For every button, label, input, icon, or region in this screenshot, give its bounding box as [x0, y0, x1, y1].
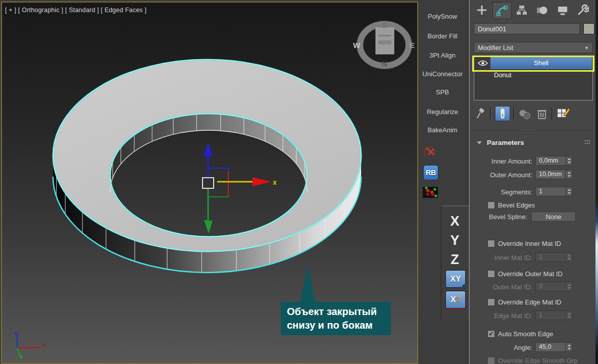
tripod-z-label: z — [14, 330, 17, 336]
polysnow-button[interactable]: PolySnow — [418, 13, 467, 20]
gizmo-x-label: x — [273, 178, 277, 186]
debris-maker-icon[interactable] — [422, 145, 437, 161]
override-smooth-grp-checkbox[interactable] — [487, 357, 495, 364]
pin-stack-icon[interactable] — [475, 107, 488, 120]
segments-spinner[interactable] — [565, 187, 572, 196]
display-tab[interactable] — [554, 2, 572, 18]
compass-e[interactable]: E — [410, 41, 415, 49]
bevel-edges-label: Bevel Edges — [498, 201, 535, 209]
angle-label: Angle: — [470, 344, 532, 351]
move-gizmo[interactable]: x — [203, 142, 277, 234]
inner-amount-field[interactable]: 0,0mm — [535, 156, 573, 166]
outer-amount-value[interactable]: 10,0mm — [536, 170, 565, 179]
override-edge-mat-checkbox[interactable] — [487, 298, 495, 306]
axis-xq-q: ? — [456, 295, 461, 304]
outer-amount-spinner[interactable] — [565, 170, 572, 179]
screen-edge-sliver — [595, 0, 598, 364]
motion-tab[interactable] — [533, 2, 551, 18]
axis-z-button[interactable]: Z — [441, 252, 468, 268]
compass-n[interactable]: N — [382, 60, 387, 68]
axis-x-button[interactable]: X — [441, 214, 468, 229]
outer-mat-id-label: Outer Mat ID: — [470, 283, 532, 291]
spb-button[interactable]: SPB — [418, 88, 467, 96]
tooltip-pointer — [300, 264, 316, 304]
divider — [472, 131, 592, 132]
inner-amount-label: Inner Amount: — [470, 158, 532, 165]
override-outer-mat-checkbox[interactable] — [487, 270, 495, 278]
utilities-tab[interactable] — [574, 2, 592, 18]
outer-mat-id-field: 3 — [535, 282, 573, 291]
compass-w[interactable]: W — [353, 41, 361, 49]
object-name-field[interactable]: Donut001 — [474, 23, 580, 34]
modifier-list-dropdown[interactable]: Modifier List ▼ — [474, 42, 593, 53]
override-smooth-grp-label: Override Edge Smooth Grp — [498, 357, 578, 364]
inner-amount-value[interactable]: 0,0mm — [536, 157, 565, 165]
annotation-tooltip: Объект закрытый снизу и по бокам — [281, 302, 391, 335]
viewport-label[interactable]: [ + ] [ Orthographic ] [ Standard ] [ Ed… — [5, 7, 146, 14]
angle-field[interactable]: 45,0 — [535, 342, 573, 352]
axis-y-button[interactable]: Y — [441, 233, 468, 248]
override-edge-mat-label: Override Edge Mat ID — [498, 298, 562, 306]
inner-mat-id-label: Inner Mat ID: — [470, 254, 532, 262]
separator — [490, 108, 491, 120]
tooltip-line2: снизу и по бокам — [287, 319, 391, 332]
edge-mat-id-value: 1 — [536, 311, 565, 320]
chevron-down-icon: ▼ — [584, 42, 589, 54]
rollout-grid-icon[interactable] — [584, 140, 590, 145]
rb-icon[interactable]: RB — [423, 165, 438, 180]
bevel-spline-none-button[interactable]: None — [531, 212, 576, 222]
make-unique-icon[interactable] — [518, 108, 531, 120]
modify-tab[interactable] — [492, 2, 512, 19]
visibility-eye-icon[interactable] — [475, 57, 490, 69]
checker-rigidbody-icon[interactable] — [422, 184, 439, 200]
axis-xy-button[interactable]: XY — [445, 270, 466, 288]
remove-modifier-trash-icon[interactable] — [536, 108, 547, 121]
axis-constraints-toolbar: X Y Z XY X? — [441, 205, 468, 321]
segments-value[interactable]: 1 — [536, 187, 565, 196]
regularize-button[interactable]: Regularize — [418, 108, 467, 116]
donut-object[interactable] — [53, 60, 361, 273]
axis-xq-button[interactable]: X? — [445, 291, 466, 309]
viewport[interactable]: x [ + ] [ Orthographic ] [ Standard ] [ … — [1, 2, 418, 364]
configure-modifier-sets-icon[interactable] — [557, 107, 571, 120]
stack-item-donut[interactable]: Donut — [475, 70, 592, 80]
inner-amount-spinner[interactable] — [565, 157, 572, 165]
modifier-stack[interactable]: Shell Donut — [474, 56, 593, 100]
bakeanim-button[interactable]: BakeAnim — [418, 126, 467, 134]
outer-amount-field[interactable]: 10,0mm — [535, 170, 573, 179]
outer-mat-id-value: 3 — [536, 282, 565, 291]
segments-label: Segments: — [470, 188, 532, 196]
angle-value[interactable]: 45,0 — [536, 343, 565, 351]
bevel-edges-checkbox[interactable] — [487, 201, 495, 209]
stack-item-shell[interactable]: Shell — [475, 57, 592, 69]
border-fill-button[interactable]: Border Fill — [418, 32, 467, 40]
separator — [552, 108, 553, 120]
rollout-open-arrow-icon — [477, 141, 482, 144]
compass-s[interactable]: S — [382, 21, 387, 29]
parameters-rollout-header[interactable]: Parameters — [473, 137, 593, 148]
edge-mat-id-spinner — [565, 311, 572, 320]
inner-mat-id-spinner — [565, 253, 572, 262]
hierarchy-tab[interactable] — [513, 2, 531, 18]
show-end-result-button[interactable] — [495, 106, 510, 121]
world-axis-tripod: z x — [9, 329, 65, 360]
viewcube[interactable]: S W E N — [346, 13, 422, 69]
3dsmax-window: x [ + ] [ Orthographic ] [ Standard ] [ … — [0, 0, 598, 364]
segments-field[interactable]: 1 — [535, 187, 573, 196]
override-outer-mat-label: Override Outer Mat ID — [498, 270, 563, 278]
gizmo-center-handle[interactable] — [203, 178, 214, 188]
create-tab[interactable] — [473, 2, 491, 18]
tripod-x-label: x — [42, 342, 46, 348]
auto-smooth-checkbox[interactable]: ✓ — [487, 330, 495, 338]
inner-mat-id-value: 1 — [536, 253, 565, 262]
object-color-swatch[interactable] — [583, 23, 594, 34]
uniconnector-button[interactable]: UniConnector — [418, 70, 467, 78]
edge-mat-id-label: Edge Mat ID: — [470, 312, 532, 320]
auto-smooth-label: Auto Smooth Edge — [498, 330, 553, 338]
angle-spinner[interactable] — [565, 343, 572, 351]
stack-item-shell-label[interactable]: Shell — [490, 57, 592, 69]
outer-mat-id-spinner — [565, 282, 572, 291]
3pt-align-button[interactable]: 3Pt Align — [418, 51, 467, 59]
override-inner-mat-checkbox[interactable] — [487, 240, 495, 247]
axis-xq-x: X — [451, 295, 456, 304]
